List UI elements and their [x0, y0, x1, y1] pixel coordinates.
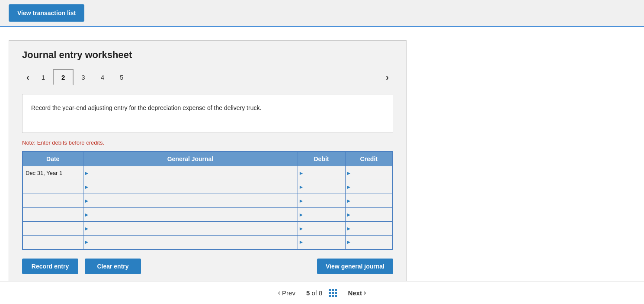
- journal-cell-1[interactable]: ►: [83, 166, 298, 180]
- table-row: ► ► ►: [22, 194, 393, 208]
- debit-input-5[interactable]: [298, 222, 345, 235]
- journal-cell-2[interactable]: ►: [83, 180, 298, 194]
- journal-input-5[interactable]: [83, 222, 298, 235]
- next-label: Next: [348, 289, 362, 296]
- debit-cell-5[interactable]: ►: [298, 222, 345, 236]
- credit-cell-3[interactable]: ►: [345, 194, 393, 208]
- prev-label: Prev: [282, 289, 295, 296]
- debit-cell-3[interactable]: ►: [298, 194, 345, 208]
- date-cell-4: [22, 208, 83, 222]
- debit-cell-4[interactable]: ►: [298, 208, 345, 222]
- tab-1[interactable]: 1: [34, 70, 53, 84]
- record-entry-button[interactable]: Record entry: [22, 259, 78, 274]
- col-header-date: Date: [22, 152, 83, 166]
- journal-cell-3[interactable]: ►: [83, 194, 298, 208]
- debit-input-4[interactable]: [298, 208, 345, 221]
- journal-cell-5[interactable]: ►: [83, 222, 298, 236]
- journal-input-1[interactable]: [83, 166, 298, 180]
- prev-chevron-icon: ‹: [278, 289, 280, 296]
- table-row: ► ► ►: [22, 222, 393, 236]
- debit-cell-2[interactable]: ►: [298, 180, 345, 194]
- credit-input-2[interactable]: [346, 180, 393, 194]
- col-header-debit: Debit: [298, 152, 345, 166]
- credit-cell-2[interactable]: ►: [345, 180, 393, 194]
- debit-input-2[interactable]: [298, 180, 345, 194]
- credit-input-4[interactable]: [346, 208, 393, 221]
- view-transaction-button[interactable]: View transaction list: [9, 4, 84, 22]
- col-header-journal: General Journal: [83, 152, 298, 166]
- tab-4[interactable]: 4: [93, 70, 112, 84]
- worksheet-title: Journal entry worksheet: [22, 49, 393, 61]
- journal-table: Date General Journal Debit Credit Dec 31…: [22, 151, 393, 250]
- journal-input-3[interactable]: [83, 194, 298, 207]
- tab-navigation: ‹ 1 2 3 4 5 ›: [22, 69, 393, 85]
- next-button[interactable]: Next ›: [343, 287, 370, 296]
- table-row: ► ► ►: [22, 180, 393, 194]
- journal-input-2[interactable]: [83, 180, 298, 194]
- grid-icon[interactable]: [329, 289, 337, 296]
- bottom-buttons: Record entry Clear entry View general jo…: [22, 259, 393, 274]
- tab-5[interactable]: 5: [112, 70, 131, 84]
- date-cell-3: [22, 194, 83, 208]
- credit-cell-6[interactable]: ►: [345, 236, 393, 249]
- view-general-journal-button[interactable]: View general journal: [317, 259, 393, 274]
- pagination-info: 5 of 8: [306, 289, 323, 296]
- debit-input-3[interactable]: [298, 194, 345, 207]
- date-cell-1: Dec 31, Year 1: [22, 166, 83, 180]
- debit-cell-1[interactable]: ►: [298, 166, 345, 180]
- credit-cell-4[interactable]: ►: [345, 208, 393, 222]
- credit-input-3[interactable]: [346, 194, 393, 207]
- of-label: of: [311, 289, 319, 296]
- instruction-box: Record the year-end adjusting entry for …: [22, 94, 393, 133]
- tab-next-arrow[interactable]: ›: [381, 72, 393, 82]
- journal-cell-4[interactable]: ►: [83, 208, 298, 222]
- debit-cell-6[interactable]: ►: [298, 236, 345, 249]
- debit-input-6[interactable]: [298, 236, 345, 249]
- date-cell-6: [22, 236, 83, 249]
- journal-input-4[interactable]: [83, 208, 298, 221]
- clear-entry-button[interactable]: Clear entry: [85, 259, 141, 274]
- journal-input-6[interactable]: [83, 236, 298, 249]
- journal-cell-6[interactable]: ►: [83, 236, 298, 249]
- note-text: Note: Enter debits before credits.: [22, 139, 393, 146]
- pagination-bar: ‹ Prev 5 of 8 Next ›: [0, 281, 644, 296]
- table-row: ► ► ►: [22, 236, 393, 249]
- credit-cell-1[interactable]: ►: [345, 166, 393, 180]
- tab-prev-arrow[interactable]: ‹: [22, 72, 34, 82]
- table-row: ► ► ►: [22, 208, 393, 222]
- tab-2[interactable]: 2: [53, 69, 74, 85]
- current-page: 5: [306, 289, 310, 296]
- tab-3[interactable]: 3: [74, 70, 93, 84]
- date-cell-2: [22, 180, 83, 194]
- credit-input-6[interactable]: [346, 236, 393, 249]
- debit-input-1[interactable]: [298, 166, 345, 180]
- date-cell-5: [22, 222, 83, 236]
- worksheet-container: Journal entry worksheet ‹ 1 2 3 4 5 › Re…: [9, 40, 407, 288]
- instruction-text: Record the year-end adjusting entry for …: [31, 104, 261, 111]
- credit-input-1[interactable]: [346, 166, 393, 180]
- prev-button[interactable]: ‹ Prev: [274, 287, 300, 296]
- top-bar: View transaction list: [0, 0, 644, 27]
- table-row: Dec 31, Year 1 ► ► ►: [22, 166, 393, 180]
- next-chevron-icon: ›: [364, 289, 366, 296]
- credit-cell-5[interactable]: ►: [345, 222, 393, 236]
- col-header-credit: Credit: [345, 152, 393, 166]
- credit-input-5[interactable]: [346, 222, 393, 235]
- total-pages: 8: [319, 289, 322, 296]
